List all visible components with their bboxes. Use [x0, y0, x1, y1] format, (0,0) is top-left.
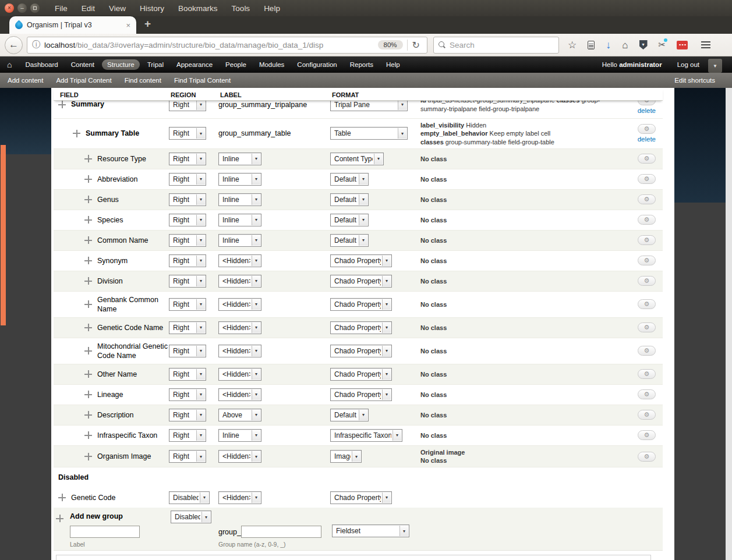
- drag-handle-icon[interactable]: [84, 155, 92, 162]
- format-select[interactable]: Default▾: [330, 234, 369, 247]
- region-select[interactable]: Disabled▾: [169, 491, 210, 504]
- region-select[interactable]: Right▾: [169, 321, 206, 334]
- label-select[interactable]: Inline▾: [218, 193, 261, 206]
- format-select[interactable]: Chado Property▾: [330, 345, 392, 357]
- toolbar-item-people[interactable]: People: [220, 59, 252, 70]
- format-select[interactable]: Fieldset▾: [332, 524, 409, 537]
- toolbar-item-content[interactable]: Content: [66, 59, 100, 70]
- bookmark-star-icon[interactable]: ☆: [568, 40, 577, 50]
- format-select[interactable]: Chado Property▾: [330, 275, 392, 288]
- settings-button[interactable]: ⚙: [638, 430, 656, 440]
- toolbar-item-modules[interactable]: Modules: [254, 59, 289, 70]
- label-select[interactable]: <Hidden>▾: [218, 275, 261, 288]
- format-select[interactable]: Chado Property▾: [330, 491, 392, 504]
- label-select[interactable]: Inline▾: [218, 173, 261, 186]
- format-select[interactable]: Chado Property▾: [330, 368, 392, 381]
- drag-handle-icon[interactable]: [84, 347, 92, 355]
- settings-button[interactable]: ⚙: [638, 174, 656, 184]
- hamburger-menu-icon[interactable]: [701, 44, 710, 45]
- screenshot-scissors-icon[interactable]: ✂: [659, 40, 666, 50]
- site-info-icon[interactable]: ⓘ: [32, 40, 40, 50]
- settings-button[interactable]: ⚙: [638, 369, 656, 379]
- scrollbar-track[interactable]: [726, 88, 732, 560]
- extension-icon[interactable]: [677, 41, 688, 49]
- label-select[interactable]: Inline▾: [218, 429, 261, 442]
- label-select[interactable]: <Hidden>▾: [218, 388, 261, 401]
- label-select[interactable]: <Hidden>▾: [218, 368, 261, 381]
- menubar-item-tools[interactable]: Tools: [232, 4, 250, 13]
- settings-button[interactable]: ⚙: [638, 124, 656, 134]
- region-select[interactable]: Right▾: [169, 173, 206, 186]
- menubar-item-file[interactable]: File: [55, 4, 68, 13]
- settings-button[interactable]: ⚙: [638, 154, 656, 164]
- settings-button[interactable]: ⚙: [638, 235, 656, 245]
- window-minimize-button[interactable]: –: [17, 3, 27, 13]
- drag-handle-icon[interactable]: [84, 453, 92, 460]
- delete-link[interactable]: delete: [638, 107, 656, 114]
- menubar-item-edit[interactable]: Edit: [82, 4, 95, 13]
- settings-button[interactable]: ⚙: [638, 276, 656, 286]
- format-select[interactable]: Table▾: [330, 127, 408, 140]
- menubar-item-view[interactable]: View: [109, 4, 126, 13]
- format-select[interactable]: Infraspecific Taxon▾: [330, 429, 402, 442]
- region-select[interactable]: Right▾: [169, 345, 206, 357]
- label-select[interactable]: <Hidden>▾: [218, 254, 261, 267]
- drag-handle-icon[interactable]: [84, 370, 92, 378]
- region-select[interactable]: Right▾: [169, 429, 206, 442]
- settings-button[interactable]: ⚙: [638, 410, 656, 420]
- region-select[interactable]: Right▾: [169, 388, 206, 401]
- toolbar-home-icon[interactable]: ⌂: [7, 60, 12, 69]
- label-select[interactable]: <Hidden>▾: [218, 345, 261, 357]
- settings-button[interactable]: ⚙: [638, 452, 656, 462]
- shortcut-find-tripal-content[interactable]: Find Tripal Content: [174, 77, 231, 84]
- settings-button[interactable]: ⚙: [638, 389, 656, 399]
- drag-handle-icon[interactable]: [84, 391, 92, 398]
- search-box[interactable]: [433, 37, 559, 54]
- settings-button[interactable]: ⚙: [638, 215, 656, 225]
- new-group-label-input[interactable]: [70, 526, 140, 538]
- format-select[interactable]: Chado Property▾: [330, 388, 392, 401]
- toolbar-item-reports[interactable]: Reports: [345, 59, 379, 70]
- region-select[interactable]: Right▾: [169, 214, 206, 226]
- label-select[interactable]: <Hidden>▾: [218, 298, 261, 311]
- window-close-button[interactable]: ×: [5, 3, 14, 13]
- drag-handle-icon[interactable]: [84, 236, 92, 244]
- region-select[interactable]: Right▾: [169, 234, 206, 247]
- format-select[interactable]: Default▾: [330, 173, 369, 186]
- drag-handle-icon[interactable]: [84, 277, 92, 285]
- menubar-item-help[interactable]: Help: [264, 4, 280, 13]
- toolbar-item-dashboard[interactable]: Dashboard: [20, 59, 63, 70]
- settings-button[interactable]: ⚙: [638, 256, 656, 265]
- format-select[interactable]: Default▾: [330, 409, 369, 421]
- label-select[interactable]: Inline▾: [218, 234, 261, 247]
- format-select[interactable]: Default▾: [330, 193, 369, 206]
- toolbar-item-configuration[interactable]: Configuration: [292, 59, 342, 70]
- label-select[interactable]: <Hidden>▾: [218, 450, 261, 463]
- drag-handle-icon[interactable]: [56, 515, 63, 522]
- label-select[interactable]: Above▾: [218, 409, 261, 421]
- toolbar-item-help[interactable]: Help: [381, 59, 405, 70]
- shield-icon[interactable]: ▾: [639, 40, 648, 49]
- settings-button[interactable]: ⚙: [638, 194, 656, 204]
- format-select[interactable]: Chado Property▾: [330, 254, 392, 267]
- drag-handle-icon[interactable]: [84, 216, 92, 224]
- scrollbar-thumb[interactable]: [1, 145, 6, 325]
- region-select[interactable]: Right▾: [169, 193, 206, 206]
- label-select[interactable]: <Hidden>▾: [218, 321, 261, 334]
- region-select[interactable]: Right▾: [169, 409, 206, 421]
- settings-button[interactable]: ⚙: [638, 299, 656, 309]
- drag-handle-icon[interactable]: [84, 257, 92, 264]
- region-select[interactable]: Right▾: [169, 127, 206, 140]
- region-select[interactable]: Right▾: [169, 254, 206, 267]
- region-select[interactable]: Right▾: [169, 298, 206, 311]
- label-select[interactable]: Inline▾: [218, 153, 261, 165]
- format-select[interactable]: Chado Property▾: [330, 321, 392, 334]
- tab-organism[interactable]: Organism | Tripal v3 ×: [9, 16, 136, 34]
- zoom-level-badge[interactable]: 80%: [378, 40, 403, 49]
- drag-handle-icon[interactable]: [58, 494, 66, 501]
- drag-handle-icon[interactable]: [84, 324, 92, 331]
- format-select[interactable]: Chado Property▾: [330, 298, 392, 311]
- toolbar-item-tripal[interactable]: Tripal: [142, 59, 169, 70]
- drag-handle-icon[interactable]: [84, 411, 92, 419]
- new-tab-button[interactable]: +: [144, 17, 151, 30]
